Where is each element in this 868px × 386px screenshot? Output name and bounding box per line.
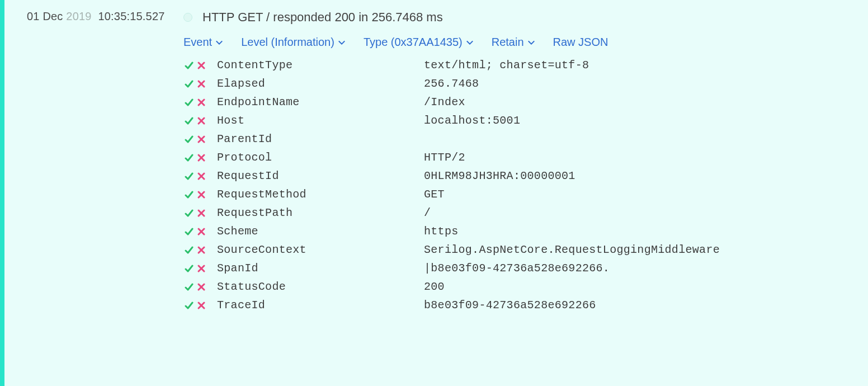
property-key: Elapsed <box>217 77 424 90</box>
property-key: SpanId <box>217 262 424 275</box>
chevron-down-icon <box>527 39 535 46</box>
property-controls <box>183 227 217 236</box>
include-icon[interactable] <box>185 301 194 310</box>
property-controls <box>183 190 217 199</box>
event-dropdown-label: Event <box>183 36 212 49</box>
exclude-icon[interactable] <box>197 98 206 107</box>
include-icon[interactable] <box>185 172 194 181</box>
include-icon[interactable] <box>185 116 194 125</box>
actions-row: Event Level (Information) Type (0x37AA14… <box>183 36 868 49</box>
property-controls <box>183 61 217 70</box>
property-controls <box>183 116 217 125</box>
exclude-icon[interactable] <box>197 283 206 291</box>
property-key: RequestId <box>217 170 424 182</box>
type-dropdown-label: Type (0x37AA1435) <box>364 36 463 49</box>
exclude-icon[interactable] <box>197 227 206 236</box>
property-value: GET <box>424 188 868 201</box>
exclude-icon[interactable] <box>197 79 206 88</box>
property-key: Scheme <box>217 225 424 238</box>
property-value: localhost:5001 <box>424 114 868 127</box>
level-indicator-icon <box>183 13 192 22</box>
include-icon[interactable] <box>185 190 194 199</box>
log-entry: 01 Dec 2019 10:35:15.527 HTTP GET / resp… <box>0 0 868 386</box>
exclude-icon[interactable] <box>197 190 206 199</box>
property-controls <box>183 209 217 218</box>
exclude-icon[interactable] <box>197 209 206 218</box>
property-value: text/html; charset=utf-8 <box>424 59 868 72</box>
exclude-icon[interactable] <box>197 135 206 144</box>
property-key: ParentId <box>217 133 424 145</box>
timestamp: 01 Dec 2019 10:35:15.527 <box>4 0 183 386</box>
property-controls <box>183 135 217 144</box>
detail-column: HTTP GET / responded 200 in 256.7468 ms … <box>183 0 868 386</box>
property-key: Protocol <box>217 151 424 164</box>
property-key: Host <box>217 114 424 127</box>
include-icon[interactable] <box>185 153 194 162</box>
include-icon[interactable] <box>185 209 194 218</box>
exclude-icon[interactable] <box>197 172 206 181</box>
raw-json-link[interactable]: Raw JSON <box>553 36 608 49</box>
property-key: StatusCode <box>217 280 424 293</box>
property-controls <box>183 79 217 88</box>
property-controls <box>183 153 217 162</box>
level-dropdown-label: Level (Information) <box>241 36 334 49</box>
exclude-icon[interactable] <box>197 116 206 125</box>
event-dropdown[interactable]: Event <box>183 36 223 49</box>
timestamp-year: 2019 <box>66 10 91 22</box>
chevron-down-icon <box>338 39 346 46</box>
property-key: SourceContext <box>217 243 424 256</box>
property-controls <box>183 246 217 255</box>
include-icon[interactable] <box>185 264 194 273</box>
property-value: Serilog.AspNetCore.RequestLoggingMiddlew… <box>424 243 868 256</box>
summary-row: HTTP GET / responded 200 in 256.7468 ms <box>183 10 868 25</box>
retain-dropdown[interactable]: Retain <box>492 36 535 49</box>
property-controls <box>183 301 217 310</box>
property-controls <box>183 283 217 291</box>
timestamp-time: 10:35:15.527 <box>98 10 164 22</box>
property-value: 256.7468 <box>424 77 868 90</box>
property-key: RequestMethod <box>217 188 424 201</box>
exclude-icon[interactable] <box>197 301 206 310</box>
property-value: |b8e03f09-42736a528e692266. <box>424 262 868 275</box>
raw-json-label: Raw JSON <box>553 36 608 49</box>
chevron-down-icon <box>215 39 223 46</box>
include-icon[interactable] <box>185 283 194 291</box>
property-key: EndpointName <box>217 96 424 109</box>
property-controls <box>183 264 217 273</box>
exclude-icon[interactable] <box>197 264 206 273</box>
property-value: 200 <box>424 280 868 293</box>
property-value: /Index <box>424 96 868 109</box>
include-icon[interactable] <box>185 98 194 107</box>
exclude-icon[interactable] <box>197 246 206 255</box>
retain-dropdown-label: Retain <box>492 36 524 49</box>
timestamp-day-month: 01 Dec <box>27 10 63 22</box>
include-icon[interactable] <box>185 61 194 70</box>
property-key: TraceId <box>217 299 424 312</box>
property-value: 0HLRM98JH3HRA:00000001 <box>424 170 868 182</box>
chevron-down-icon <box>466 39 474 46</box>
include-icon[interactable] <box>185 246 194 255</box>
property-value: / <box>424 206 868 219</box>
property-value: https <box>424 225 868 238</box>
exclude-icon[interactable] <box>197 61 206 70</box>
include-icon[interactable] <box>185 135 194 144</box>
property-value: HTTP/2 <box>424 151 868 164</box>
property-value: b8e03f09-42736a528e692266 <box>424 299 868 312</box>
property-controls <box>183 172 217 181</box>
include-icon[interactable] <box>185 227 194 236</box>
include-icon[interactable] <box>185 79 194 88</box>
exclude-icon[interactable] <box>197 153 206 162</box>
type-dropdown[interactable]: Type (0x37AA1435) <box>364 36 474 49</box>
summary-message: HTTP GET / responded 200 in 256.7468 ms <box>202 10 443 25</box>
property-key: ContentType <box>217 59 424 72</box>
properties-table: ContentTypetext/html; charset=utf-8Elaps… <box>183 59 868 312</box>
property-key: RequestPath <box>217 206 424 219</box>
property-controls <box>183 98 217 107</box>
level-dropdown[interactable]: Level (Information) <box>241 36 346 49</box>
